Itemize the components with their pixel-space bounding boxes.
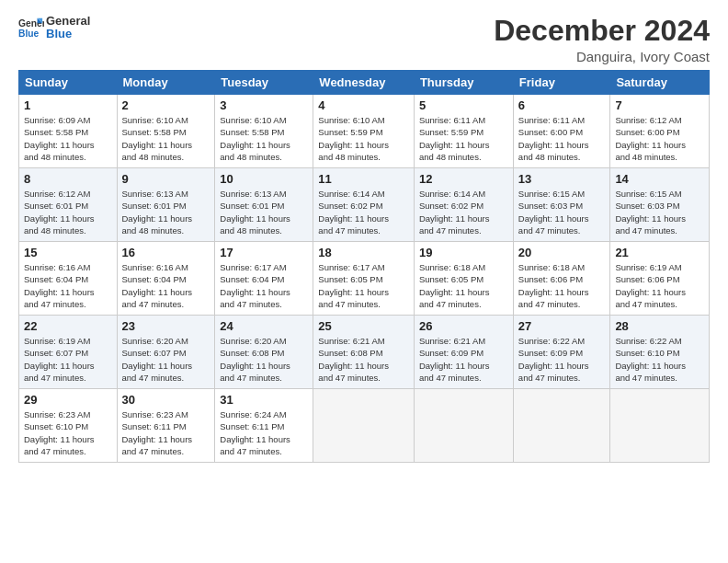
calendar-cell: 4Sunrise: 6:10 AM Sunset: 5:59 PM Daylig… bbox=[313, 95, 415, 168]
calendar-cell: 9Sunrise: 6:13 AM Sunset: 6:01 PM Daylig… bbox=[117, 168, 215, 242]
day-info: Sunrise: 6:10 AM Sunset: 5:59 PM Dayligh… bbox=[318, 114, 409, 163]
day-number: 15 bbox=[24, 246, 112, 259]
day-number: 26 bbox=[419, 319, 508, 333]
calendar-cell: 15Sunrise: 6:16 AM Sunset: 6:04 PM Dayli… bbox=[19, 242, 118, 316]
day-number: 5 bbox=[419, 98, 508, 112]
day-number: 1 bbox=[24, 98, 112, 112]
calendar-cell: 6Sunrise: 6:11 AM Sunset: 6:00 PM Daylig… bbox=[513, 95, 610, 168]
day-info: Sunrise: 6:15 AM Sunset: 6:03 PM Dayligh… bbox=[615, 188, 704, 236]
calendar-cell: 3Sunrise: 6:10 AM Sunset: 5:58 PM Daylig… bbox=[215, 95, 313, 168]
day-info: Sunrise: 6:18 AM Sunset: 6:05 PM Dayligh… bbox=[419, 261, 508, 310]
day-number: 30 bbox=[122, 393, 210, 407]
day-number: 3 bbox=[220, 98, 308, 112]
calendar-cell: 16Sunrise: 6:16 AM Sunset: 6:04 PM Dayli… bbox=[117, 242, 215, 316]
calendar-cell: 2Sunrise: 6:10 AM Sunset: 5:58 PM Daylig… bbox=[117, 95, 215, 168]
day-info: Sunrise: 6:12 AM Sunset: 6:01 PM Dayligh… bbox=[24, 188, 112, 236]
day-info: Sunrise: 6:16 AM Sunset: 6:04 PM Dayligh… bbox=[122, 261, 210, 310]
calendar-cell: 25Sunrise: 6:21 AM Sunset: 6:08 PM Dayli… bbox=[313, 316, 415, 389]
day-number: 4 bbox=[318, 98, 409, 112]
month-title: December 2024 bbox=[494, 15, 710, 47]
calendar-cell: 23Sunrise: 6:20 AM Sunset: 6:07 PM Dayli… bbox=[117, 316, 215, 389]
day-info: Sunrise: 6:22 AM Sunset: 6:09 PM Dayligh… bbox=[518, 335, 606, 384]
day-number: 11 bbox=[318, 172, 409, 186]
calendar-cell: 5Sunrise: 6:11 AM Sunset: 5:59 PM Daylig… bbox=[414, 95, 513, 168]
day-info: Sunrise: 6:11 AM Sunset: 5:59 PM Dayligh… bbox=[419, 114, 508, 163]
logo: General Blue General Blue bbox=[18, 15, 90, 41]
day-number: 7 bbox=[615, 98, 704, 112]
calendar-cell: 24Sunrise: 6:20 AM Sunset: 6:08 PM Dayli… bbox=[215, 316, 313, 389]
calendar-cell: 26Sunrise: 6:21 AM Sunset: 6:09 PM Dayli… bbox=[414, 316, 513, 389]
calendar-cell: 12Sunrise: 6:14 AM Sunset: 6:02 PM Dayli… bbox=[414, 168, 513, 242]
day-info: Sunrise: 6:24 AM Sunset: 6:11 PM Dayligh… bbox=[220, 408, 308, 457]
day-number: 27 bbox=[518, 319, 606, 333]
calendar-cell: 29Sunrise: 6:23 AM Sunset: 6:10 PM Dayli… bbox=[19, 389, 118, 463]
calendar-cell: 28Sunrise: 6:22 AM Sunset: 6:10 PM Dayli… bbox=[610, 316, 710, 389]
day-number: 10 bbox=[220, 172, 308, 186]
calendar-header-thursday: Thursday bbox=[414, 71, 513, 95]
day-number: 22 bbox=[24, 319, 112, 333]
calendar-cell: 30Sunrise: 6:23 AM Sunset: 6:11 PM Dayli… bbox=[117, 389, 215, 463]
calendar-header-row: SundayMondayTuesdayWednesdayThursdayFrid… bbox=[19, 71, 710, 95]
calendar-cell bbox=[414, 389, 513, 463]
day-info: Sunrise: 6:12 AM Sunset: 6:00 PM Dayligh… bbox=[615, 114, 704, 163]
day-info: Sunrise: 6:19 AM Sunset: 6:06 PM Dayligh… bbox=[615, 261, 704, 310]
day-info: Sunrise: 6:17 AM Sunset: 6:05 PM Dayligh… bbox=[318, 261, 409, 310]
svg-text:Blue: Blue bbox=[18, 29, 40, 40]
day-info: Sunrise: 6:11 AM Sunset: 6:00 PM Dayligh… bbox=[518, 114, 606, 163]
day-number: 8 bbox=[24, 172, 112, 186]
day-number: 12 bbox=[419, 172, 508, 186]
calendar-cell: 11Sunrise: 6:14 AM Sunset: 6:02 PM Dayli… bbox=[313, 168, 415, 242]
calendar-cell: 14Sunrise: 6:15 AM Sunset: 6:03 PM Dayli… bbox=[610, 168, 710, 242]
calendar-week-1: 1Sunrise: 6:09 AM Sunset: 5:58 PM Daylig… bbox=[19, 95, 710, 168]
day-number: 17 bbox=[220, 246, 308, 259]
day-number: 19 bbox=[419, 246, 508, 259]
location-title: Danguira, Ivory Coast bbox=[494, 49, 710, 64]
title-block: December 2024 Danguira, Ivory Coast bbox=[494, 15, 710, 64]
day-info: Sunrise: 6:20 AM Sunset: 6:08 PM Dayligh… bbox=[220, 335, 308, 384]
logo-line2: Blue bbox=[46, 28, 90, 40]
calendar-cell: 27Sunrise: 6:22 AM Sunset: 6:09 PM Dayli… bbox=[513, 316, 610, 389]
day-number: 23 bbox=[122, 319, 210, 333]
day-info: Sunrise: 6:23 AM Sunset: 6:11 PM Dayligh… bbox=[122, 408, 210, 457]
day-number: 6 bbox=[518, 98, 606, 112]
calendar: SundayMondayTuesdayWednesdayThursdayFrid… bbox=[18, 70, 710, 463]
day-number: 9 bbox=[122, 172, 210, 186]
day-info: Sunrise: 6:17 AM Sunset: 6:04 PM Dayligh… bbox=[220, 261, 308, 310]
day-number: 21 bbox=[615, 246, 704, 259]
day-info: Sunrise: 6:14 AM Sunset: 6:02 PM Dayligh… bbox=[419, 188, 508, 236]
day-info: Sunrise: 6:18 AM Sunset: 6:06 PM Dayligh… bbox=[518, 261, 606, 310]
calendar-header-monday: Monday bbox=[117, 71, 215, 95]
day-info: Sunrise: 6:23 AM Sunset: 6:10 PM Dayligh… bbox=[24, 408, 112, 457]
calendar-cell bbox=[313, 389, 415, 463]
header: General Blue General Blue December 2024 … bbox=[18, 15, 710, 64]
logo-line1: General bbox=[46, 15, 90, 28]
day-number: 16 bbox=[122, 246, 210, 259]
calendar-cell: 7Sunrise: 6:12 AM Sunset: 6:00 PM Daylig… bbox=[610, 95, 710, 168]
calendar-header-sunday: Sunday bbox=[19, 71, 118, 95]
day-info: Sunrise: 6:21 AM Sunset: 6:09 PM Dayligh… bbox=[419, 335, 508, 384]
calendar-cell: 10Sunrise: 6:13 AM Sunset: 6:01 PM Dayli… bbox=[215, 168, 313, 242]
day-number: 29 bbox=[24, 393, 112, 407]
calendar-cell: 17Sunrise: 6:17 AM Sunset: 6:04 PM Dayli… bbox=[215, 242, 313, 316]
calendar-header-wednesday: Wednesday bbox=[313, 71, 415, 95]
calendar-cell: 19Sunrise: 6:18 AM Sunset: 6:05 PM Dayli… bbox=[414, 242, 513, 316]
calendar-cell bbox=[610, 389, 710, 463]
day-info: Sunrise: 6:13 AM Sunset: 6:01 PM Dayligh… bbox=[122, 188, 210, 236]
day-info: Sunrise: 6:10 AM Sunset: 5:58 PM Dayligh… bbox=[122, 114, 210, 163]
calendar-cell: 18Sunrise: 6:17 AM Sunset: 6:05 PM Dayli… bbox=[313, 242, 415, 316]
calendar-cell bbox=[513, 389, 610, 463]
day-info: Sunrise: 6:20 AM Sunset: 6:07 PM Dayligh… bbox=[122, 335, 210, 384]
calendar-header-friday: Friday bbox=[513, 71, 610, 95]
day-number: 24 bbox=[220, 319, 308, 333]
day-number: 25 bbox=[318, 319, 409, 333]
day-info: Sunrise: 6:22 AM Sunset: 6:10 PM Dayligh… bbox=[615, 335, 704, 384]
day-info: Sunrise: 6:21 AM Sunset: 6:08 PM Dayligh… bbox=[318, 335, 409, 384]
day-number: 2 bbox=[122, 98, 210, 112]
calendar-cell: 8Sunrise: 6:12 AM Sunset: 6:01 PM Daylig… bbox=[19, 168, 118, 242]
calendar-header-tuesday: Tuesday bbox=[215, 71, 313, 95]
day-number: 31 bbox=[220, 393, 308, 407]
day-info: Sunrise: 6:13 AM Sunset: 6:01 PM Dayligh… bbox=[220, 188, 308, 236]
calendar-cell: 22Sunrise: 6:19 AM Sunset: 6:07 PM Dayli… bbox=[19, 316, 118, 389]
calendar-cell: 21Sunrise: 6:19 AM Sunset: 6:06 PM Dayli… bbox=[610, 242, 710, 316]
day-number: 20 bbox=[518, 246, 606, 259]
